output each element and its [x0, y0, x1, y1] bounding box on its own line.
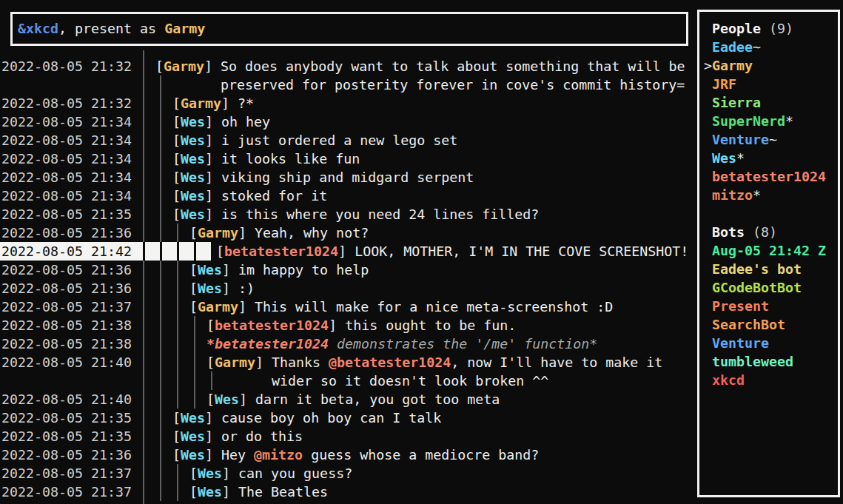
message-segment: [: [206, 355, 215, 370]
message-segment: ]: [205, 169, 221, 185]
message-text: [betatester1024] this ought to be fun.: [206, 316, 516, 335]
chat-row[interactable]: 2022-08-05 21:38[betatester1024] this ou…: [0, 316, 695, 335]
message-segment: ]: [239, 392, 255, 407]
chat-row[interactable]: 2022-08-05 21:35[Wes] cause boy oh boy c…: [0, 409, 695, 427]
message-text: [Wes] :): [189, 279, 255, 298]
sidebar-item-xkcd[interactable]: xkcd: [704, 371, 838, 389]
message-segment: [: [172, 429, 181, 444]
sidebar-item-eadee-s-bot[interactable]: Eadee's bot: [704, 260, 838, 278]
message-segment: [: [206, 392, 215, 407]
message-segment: cause boy oh boy can I talk: [221, 410, 441, 426]
sidebar-item-eadee[interactable]: Eadee~: [704, 38, 838, 56]
message-segment: [: [172, 447, 181, 463]
message-segment: ]: [205, 410, 221, 426]
message-timestamp: 2022-08-05 21:34: [1, 149, 132, 168]
chat-row[interactable]: 2022-08-05 21:34[Wes] viking ship and mi…: [0, 168, 695, 187]
chat-row[interactable]: 2022-08-05 21:34[Wes] i just ordered a n…: [0, 131, 695, 149]
chat-row[interactable]: 2022-08-05 21:36[Wes] :): [0, 279, 695, 298]
thread-guide-line: [177, 316, 178, 335]
message-timestamp: 2022-08-05 21:37: [1, 464, 132, 483]
user-list-panel: People(9)Eadee~>GarmyJRFSierraSuperNerd*…: [697, 10, 840, 497]
chat-row[interactable]: 2022-08-05 21:37[Wes] The Beatles: [0, 483, 695, 501]
thread-guide-line: [160, 168, 161, 187]
header-separator: , present as: [58, 21, 164, 36]
sidebar-item-present[interactable]: Present: [704, 297, 838, 315]
mention[interactable]: @mitzo: [254, 447, 303, 463]
sidebar-item-garmy[interactable]: >Garmy: [704, 56, 838, 75]
message-segment: ?*: [238, 95, 254, 111]
sidebar-item-betatester1024[interactable]: betatester1024: [704, 167, 838, 186]
message-segment: it looks like fun: [221, 151, 360, 167]
sidebar-item-searchbot[interactable]: SearchBot: [704, 315, 838, 334]
sidebar-item-mitzo[interactable]: mitzo*: [704, 186, 838, 204]
user-name: Venture: [712, 132, 769, 147]
chat-row[interactable]: 2022-08-05 21:32[Garmy] ?*: [0, 94, 695, 112]
message-segment: ]: [338, 243, 355, 259]
nick-name: Wes: [181, 429, 205, 444]
message-timestamp: 2022-08-05 21:38: [1, 316, 132, 335]
chat-row-action[interactable]: 2022-08-05 21:38*betatester1024 demonstr…: [0, 335, 695, 353]
message-segment: ]: [222, 280, 238, 296]
message-segment: guess whose a mediocre band?: [303, 447, 539, 463]
thread-guide-line: [177, 279, 178, 298]
chat-row[interactable]: 2022-08-05 21:36[Wes] Hey @mitzo guess w…: [0, 446, 695, 464]
sidebar-item-tumbleweed[interactable]: tumbleweed: [704, 352, 838, 371]
sidebar-item-venture[interactable]: Venture: [704, 334, 838, 352]
chat-row[interactable]: 2022-08-05 21:36[Wes] im happy to help: [0, 261, 695, 279]
sidebar-item-venture[interactable]: Venture~: [704, 130, 838, 149]
thread-guide-line: [160, 298, 161, 316]
user-status-suffix: ~: [753, 39, 761, 55]
chat-row[interactable]: 2022-08-05 21:40[Wes] darn it beta, you …: [0, 390, 695, 409]
message-timestamp: 2022-08-05 21:32: [1, 94, 132, 112]
chat-row[interactable]: 2022-08-05 21:34[Wes] stoked for it: [0, 187, 695, 205]
chat-row-highlighted[interactable]: 2022-08-05 21:42[betatester1024] LOOK, M…: [0, 242, 695, 261]
chat-row[interactable]: wider so it doesn't look broken ^^: [0, 372, 695, 390]
message-segment: or do this: [221, 429, 303, 444]
thread-guide-line: [160, 390, 161, 409]
thread-guide-line: [160, 261, 161, 279]
message-text: [betatester1024] LOOK, MOTHER, I'M IN TH…: [216, 242, 688, 261]
chat-row[interactable]: preserved for posterity forever in cove'…: [0, 75, 695, 94]
sidebar-item-gcodebotbot[interactable]: GCodeBotBot: [704, 278, 838, 297]
message-timestamp: 2022-08-05 21:34: [1, 187, 132, 205]
message-segment: [: [172, 114, 181, 130]
thread-guide-line: [160, 149, 161, 168]
sidebar-item-aug-05-21-42-z[interactable]: Aug-05 21:42 Z: [704, 241, 838, 260]
chat-row[interactable]: 2022-08-05 21:35[Wes] is this where you …: [0, 205, 695, 224]
message-segment: Yeah, why not?: [255, 225, 369, 241]
message-segment: ]: [238, 299, 255, 315]
sidebar-item-jrf[interactable]: JRF: [704, 75, 838, 93]
sidebar-item-wes[interactable]: Wes*: [704, 149, 838, 167]
message-timestamp: 2022-08-05 21:34: [1, 168, 132, 187]
chat-row[interactable]: 2022-08-05 21:37[Wes] can you guess?: [0, 464, 695, 483]
thread-guide-line: [160, 316, 161, 335]
message-segment: ]: [238, 225, 255, 241]
user-name: JRF: [712, 76, 736, 92]
user-status-suffix: *: [785, 113, 793, 129]
chat-row[interactable]: 2022-08-05 21:35[Wes] or do this: [0, 427, 695, 446]
message-text: [Wes] it looks like fun: [172, 149, 360, 168]
message-timestamp: 2022-08-05 21:37: [1, 483, 132, 501]
nick-name: Garmy: [181, 95, 221, 111]
chat-row[interactable]: 2022-08-05 21:34[Wes] oh hey: [0, 112, 695, 131]
sidebar-item-supernerd[interactable]: SuperNerd*: [704, 112, 838, 130]
chat-row[interactable]: 2022-08-05 21:34[Wes] it looks like fun: [0, 149, 695, 168]
nick-name: Wes: [198, 484, 222, 500]
sidebar-item-sierra[interactable]: Sierra: [704, 93, 838, 112]
nick-name: Wes: [215, 392, 239, 407]
message-segment: [: [216, 243, 224, 259]
message-text: [Wes] darn it beta, you got too meta: [206, 390, 500, 409]
chat-row[interactable]: 2022-08-05 21:36[Garmy] Yeah, why not?: [0, 224, 695, 242]
chat-row[interactable]: 2022-08-05 21:37[Garmy] This will make f…: [0, 298, 695, 316]
thread-guide-line: [160, 409, 161, 427]
section-title-label: Bots: [712, 224, 745, 240]
message-segment: [: [172, 206, 181, 222]
thread-guide-line: [160, 112, 161, 131]
mention[interactable]: @betatester1024: [329, 355, 451, 370]
chat-row[interactable]: 2022-08-05 21:32[Garmy] So does anybody …: [0, 57, 695, 75]
user-name: Venture: [712, 335, 769, 351]
message-segment: preserved for posterity forever in cove'…: [221, 77, 685, 93]
thread-guide-line: [160, 427, 161, 446]
chat-row[interactable]: 2022-08-05 21:40[Garmy] Thanks @betatest…: [0, 353, 695, 372]
message-segment: ]: [205, 114, 221, 130]
